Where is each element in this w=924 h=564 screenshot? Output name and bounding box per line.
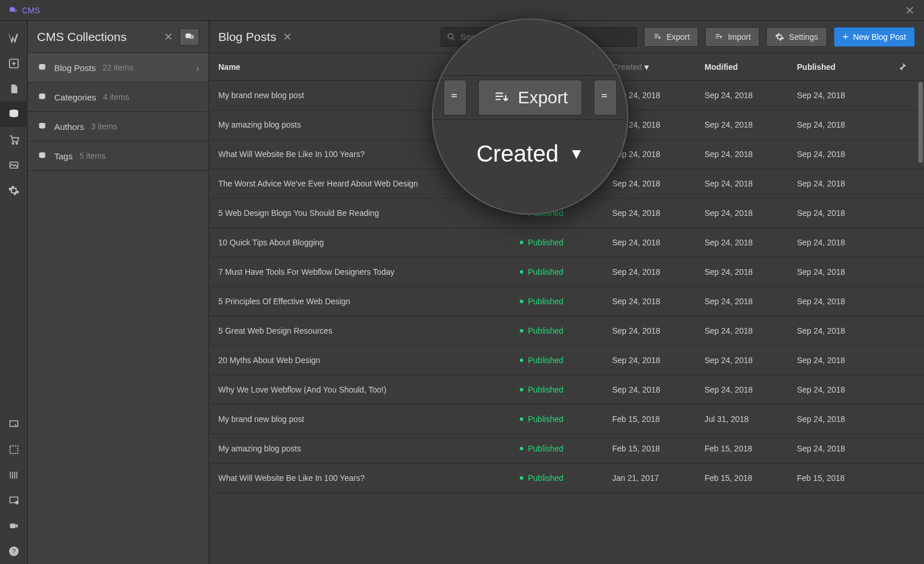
- database-icon: [37, 92, 47, 102]
- mag-export-button[interactable]: Export: [478, 80, 583, 115]
- cell-name: 20 Myths About Web Design: [218, 356, 520, 365]
- scrollbar[interactable]: [918, 82, 923, 163]
- video-icon[interactable]: [0, 513, 28, 539]
- search-icon: [447, 32, 456, 42]
- collection-name: Blog Posts: [54, 63, 96, 73]
- cell-created: Sep 24, 2018: [612, 385, 705, 394]
- table-row[interactable]: My amazing blog postsPublishedFeb 15, 20…: [209, 434, 924, 464]
- cell-created: Sep 24, 2018: [612, 179, 705, 188]
- table-row[interactable]: 5 Great Web Design ResourcesPublishedSep…: [209, 316, 924, 346]
- cell-published: Sep 24, 2018: [797, 414, 889, 424]
- pages-icon[interactable]: [0, 76, 28, 102]
- status-dot-icon: [520, 241, 523, 244]
- sort-desc-icon: ▼: [569, 145, 584, 163]
- col-modified[interactable]: Modified: [705, 62, 797, 72]
- collection-count: 3 items: [91, 122, 117, 131]
- settings-button[interactable]: Settings: [766, 27, 827, 47]
- collection-item[interactable]: Tags5 items: [28, 141, 208, 171]
- audit-icon[interactable]: [0, 462, 28, 488]
- cell-created: Sep 24, 2018: [612, 208, 705, 218]
- table-row[interactable]: 5 Principles Of Effective Web DesignPubl…: [209, 287, 924, 316]
- database-icon: [37, 122, 47, 131]
- table-row[interactable]: Why We Love Webflow (And You Should, Too…: [209, 375, 924, 405]
- cell-name: 7 Must Have Tools For Webflow Designers …: [218, 267, 520, 277]
- svg-point-4: [12, 143, 13, 144]
- cell-name: My amazing blog posts: [218, 444, 520, 453]
- cell-modified: Sep 24, 2018: [705, 208, 797, 218]
- magnifier-overlay: Export Created ▼: [432, 18, 628, 215]
- collections-close-icon[interactable]: ✕: [164, 31, 173, 43]
- mag-created-header[interactable]: Created ▼: [433, 141, 627, 167]
- table-row[interactable]: What Will Website Be Like In 100 Years?P…: [209, 464, 924, 493]
- preview-icon[interactable]: [0, 412, 28, 437]
- cell-published: Sep 24, 2018: [797, 179, 889, 188]
- pin-column-button[interactable]: [889, 62, 915, 72]
- cell-status: Published: [520, 414, 612, 424]
- collections-title: CMS Collections: [37, 30, 164, 44]
- help-icon[interactable]: ?: [0, 539, 28, 564]
- import-button[interactable]: Import: [705, 27, 759, 47]
- close-panel-button[interactable]: ✕: [900, 1, 919, 20]
- cms-nav-icon[interactable]: [0, 102, 28, 127]
- cell-published: Sep 24, 2018: [797, 297, 889, 306]
- backup-icon[interactable]: [0, 488, 28, 513]
- cell-published: Sep 24, 2018: [797, 444, 889, 453]
- add-collection-button[interactable]: [180, 28, 199, 46]
- assets-icon[interactable]: [0, 152, 28, 178]
- col-published[interactable]: Published: [797, 62, 889, 72]
- cell-created: Feb 15, 2018: [612, 414, 705, 424]
- cell-status: Published: [520, 473, 612, 483]
- status-dot-icon: [520, 417, 523, 421]
- cell-published: Sep 24, 2018: [797, 150, 889, 159]
- sort-desc-icon: ▾: [644, 62, 649, 72]
- left-rail: ?: [0, 21, 28, 564]
- items-title: Blog Posts: [218, 30, 276, 44]
- table-row[interactable]: My brand new blog postPublishedFeb 15, 2…: [209, 405, 924, 434]
- cell-created: Jan 21, 2017: [612, 473, 705, 483]
- new-item-button[interactable]: + New Blog Post: [834, 27, 915, 47]
- cell-name: 5 Web Design Blogs You Should Be Reading: [218, 208, 520, 218]
- cell-status: Published: [520, 326, 612, 335]
- collection-item[interactable]: Categories4 items: [28, 83, 208, 112]
- items-close-icon[interactable]: ✕: [283, 31, 292, 43]
- breadcrumb-cms: CMS: [8, 6, 40, 15]
- add-icon[interactable]: [0, 51, 28, 76]
- cell-created: Sep 24, 2018: [612, 238, 705, 247]
- collection-count: 4 items: [103, 92, 129, 102]
- collection-item[interactable]: Authors3 items: [28, 112, 208, 141]
- cell-status: Published: [520, 356, 612, 365]
- crop-icon[interactable]: [0, 437, 28, 462]
- table-row[interactable]: 20 Myths About Web DesignPublishedSep 24…: [209, 346, 924, 375]
- col-created[interactable]: Created ▾: [612, 62, 705, 72]
- mag-left-button-fragment: [444, 80, 467, 115]
- table-row[interactable]: 7 Must Have Tools For Webflow Designers …: [209, 257, 924, 287]
- database-icon: [37, 151, 47, 160]
- collection-item[interactable]: Blog Posts22 items›: [28, 53, 208, 83]
- status-dot-icon: [520, 270, 523, 274]
- cell-name: 5 Principles Of Effective Web Design: [218, 297, 520, 306]
- cell-modified: Sep 24, 2018: [705, 120, 797, 129]
- cell-published: Sep 24, 2018: [797, 267, 889, 277]
- collections-panel: CMS Collections ✕ Blog Posts22 items›Cat…: [28, 21, 209, 564]
- settings-icon[interactable]: [0, 178, 28, 203]
- cms-icon: [8, 6, 18, 14]
- export-icon: [493, 90, 510, 105]
- cell-created: Sep 24, 2018: [612, 267, 705, 277]
- table-row[interactable]: 10 Quick Tips About BloggingPublishedSep…: [209, 228, 924, 257]
- ecommerce-icon[interactable]: [0, 127, 28, 152]
- cell-modified: Feb 15, 2018: [705, 473, 797, 483]
- status-dot-icon: [520, 388, 523, 391]
- collection-count: 5 items: [80, 151, 106, 160]
- cell-modified: Sep 24, 2018: [705, 356, 797, 365]
- cell-modified: Sep 24, 2018: [705, 150, 797, 159]
- cell-published: Sep 24, 2018: [797, 326, 889, 335]
- svg-point-20: [448, 33, 453, 39]
- cell-modified: Sep 24, 2018: [705, 91, 797, 100]
- cell-published: Sep 24, 2018: [797, 356, 889, 365]
- cell-modified: Sep 24, 2018: [705, 297, 797, 306]
- status-dot-icon: [520, 358, 523, 362]
- status-dot-icon: [520, 447, 523, 450]
- cell-created: Feb 15, 2018: [612, 444, 705, 453]
- export-button[interactable]: Export: [644, 27, 698, 47]
- logo-icon[interactable]: [0, 25, 28, 51]
